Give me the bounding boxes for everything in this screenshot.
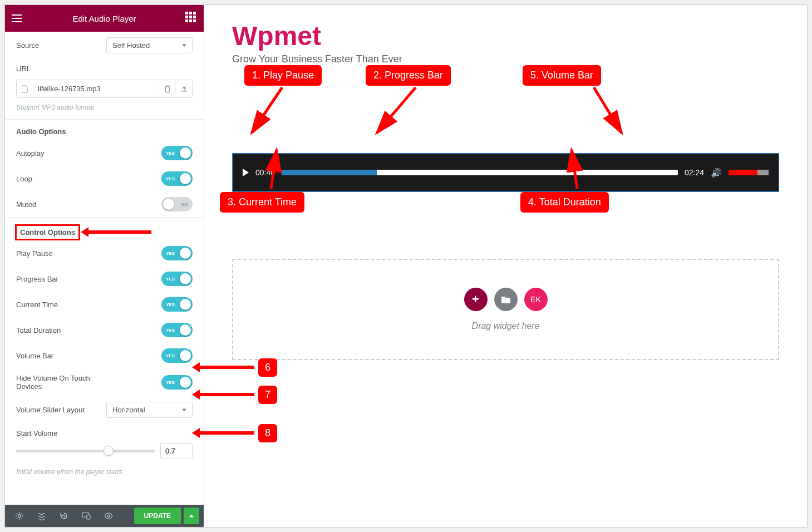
preview-icon[interactable] xyxy=(99,505,119,527)
widgets-icon[interactable] xyxy=(184,12,197,25)
annotation-badge: 7 xyxy=(258,386,277,404)
autoplay-label: Autoplay xyxy=(16,149,45,157)
annotation-callout: 5. Volume Bar xyxy=(523,65,601,86)
progress-bar-label: Progress Bar xyxy=(16,275,58,283)
update-dropdown[interactable] xyxy=(184,508,199,524)
preview-canvas: Wpmet Grow Your Business Faster Than Eve… xyxy=(204,5,807,527)
hide-volume-label: Hide Volume On Touch Devices xyxy=(16,374,105,391)
audio-options-heading: Audio Options xyxy=(5,120,204,140)
url-label: URL xyxy=(16,65,31,73)
svg-point-3 xyxy=(107,515,110,517)
footer-bar: UPDATE xyxy=(5,505,204,527)
start-volume-label: Start Volume xyxy=(16,429,57,437)
file-icon xyxy=(17,80,33,97)
hide-volume-toggle[interactable]: YES xyxy=(161,375,193,390)
start-volume-slider[interactable] xyxy=(16,450,155,452)
progress-bar[interactable] xyxy=(282,170,678,175)
url-input-group xyxy=(16,80,193,98)
dropzone-text: Drag widget here xyxy=(261,321,750,331)
start-volume-input[interactable] xyxy=(160,443,193,459)
responsive-icon[interactable] xyxy=(76,505,96,527)
url-help-text: Support MP3 audio format xyxy=(5,100,204,119)
current-time-display: 00:40 xyxy=(255,168,275,177)
loop-toggle[interactable]: YES xyxy=(161,171,193,186)
annotation-badge: 8 xyxy=(258,424,277,442)
loop-label: Loop xyxy=(16,175,32,183)
history-icon[interactable] xyxy=(54,505,74,527)
annotation-callout: 1. Play Pause xyxy=(244,65,322,86)
volume-bar-label: Volume Bar xyxy=(16,352,53,360)
annotation-badge: 6 xyxy=(258,358,277,377)
volume-slider[interactable] xyxy=(729,170,769,175)
volume-bar-toggle[interactable]: YES xyxy=(161,348,193,363)
svg-point-0 xyxy=(18,515,21,518)
source-select[interactable]: Self Hosted xyxy=(106,37,193,53)
update-button[interactable]: UPDATE xyxy=(134,508,181,524)
annotation-callout: 2. Progress Bar xyxy=(366,65,451,86)
brand-heading: Wpmet xyxy=(232,21,779,51)
add-section-button[interactable]: + xyxy=(464,288,488,311)
annotation-arrow xyxy=(87,230,151,234)
editor-sidebar: Edit Audio Player Source Self Hosted URL… xyxy=(5,5,204,527)
audio-player-widget[interactable]: 00:40 02:24 🔊 xyxy=(232,153,779,192)
annotation-arrow xyxy=(199,393,254,396)
muted-label: Muted xyxy=(16,200,36,209)
url-input[interactable] xyxy=(33,80,159,97)
annotation-callout: 3. Current Time xyxy=(220,192,304,213)
upload-file-button[interactable] xyxy=(175,80,192,97)
control-options-heading: Control Options xyxy=(15,224,80,240)
annotation-callout: 4. Total Duration xyxy=(520,192,609,213)
widget-dropzone[interactable]: + EK Drag widget here xyxy=(232,259,779,360)
svg-rect-2 xyxy=(87,515,90,519)
volume-icon[interactable]: 🔊 xyxy=(711,168,722,178)
tagline-text: Grow Your Business Faster Than Ever xyxy=(232,53,779,65)
total-duration-toggle[interactable]: YES xyxy=(161,323,193,337)
total-time-display: 02:24 xyxy=(685,168,704,177)
slider-layout-select[interactable]: Horizontal xyxy=(106,402,193,418)
settings-icon[interactable] xyxy=(9,505,29,527)
play-icon[interactable] xyxy=(243,169,249,176)
play-pause-toggle[interactable]: YES xyxy=(161,246,193,260)
template-library-button[interactable] xyxy=(494,288,518,311)
sidebar-header: Edit Audio Player xyxy=(5,5,204,32)
menu-icon[interactable] xyxy=(12,12,25,25)
elementskit-button[interactable]: EK xyxy=(524,288,548,311)
panel-title: Edit Audio Player xyxy=(72,14,136,23)
start-volume-help: Initial volume when the player starts. xyxy=(5,465,204,484)
slider-layout-label: Volume Slider Layout xyxy=(16,406,85,414)
muted-toggle[interactable]: NO xyxy=(161,197,193,211)
current-time-toggle[interactable]: YES xyxy=(161,297,193,312)
autoplay-toggle[interactable]: YES xyxy=(161,146,193,160)
play-pause-label: Play Pause xyxy=(16,249,53,258)
delete-file-button[interactable] xyxy=(159,80,175,97)
progress-bar-toggle[interactable]: YES xyxy=(161,272,193,286)
annotation-arrow xyxy=(199,431,254,435)
source-label: Source xyxy=(16,41,39,50)
annotation-arrow xyxy=(199,366,254,369)
total-duration-label: Total Duration xyxy=(16,326,61,334)
current-time-label: Current Time xyxy=(16,301,58,309)
navigator-icon[interactable] xyxy=(32,505,52,527)
panel-body: Source Self Hosted URL Support MP3 audio… xyxy=(5,32,204,505)
